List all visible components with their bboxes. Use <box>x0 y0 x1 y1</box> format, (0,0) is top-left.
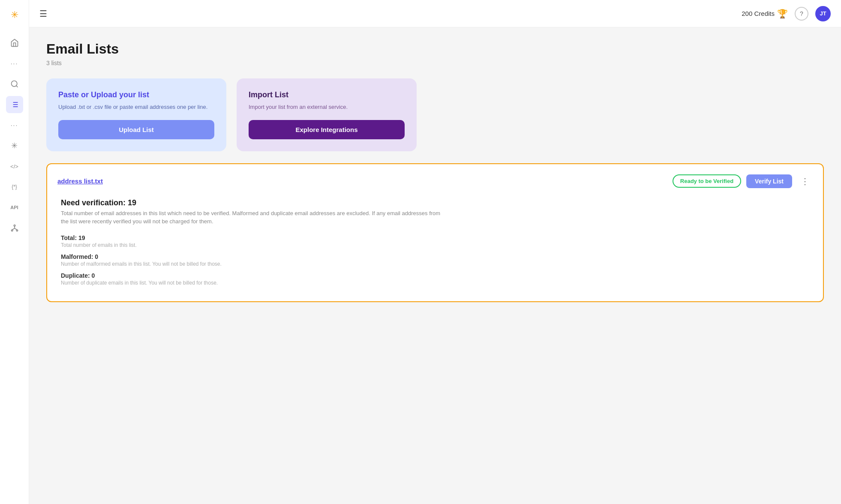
sidebar-item-dots1[interactable]: ··· <box>6 55 23 72</box>
content-area: Email Lists 3 lists Paste or Upload your… <box>29 27 841 504</box>
svg-point-2 <box>11 81 17 87</box>
stat-malformed-desc: Number of malformed emails in this list.… <box>61 261 813 267</box>
page-subtitle: 3 lists <box>46 60 824 66</box>
svg-point-11 <box>11 230 12 231</box>
sidebar-item-home[interactable] <box>6 34 23 51</box>
stat-duplicate: Duplicate: 0 Number of duplicate emails … <box>61 272 813 286</box>
stat-duplicate-label: Duplicate: 0 <box>61 272 813 279</box>
sidebar: ✳ ··· ··· ✳ </> {*} <box>0 0 29 504</box>
sidebar-item-code[interactable]: </> <box>6 158 23 175</box>
stat-need-verification: Need verification: 19 Total number of em… <box>61 198 813 226</box>
upload-card: Paste or Upload your list Upload .txt or… <box>46 78 226 151</box>
svg-line-3 <box>16 86 18 87</box>
stat-need-verification-desc: Total number of email addresses in this … <box>61 209 447 226</box>
verify-list-button[interactable]: Verify List <box>746 174 792 188</box>
list-filename[interactable]: address list.txt <box>57 177 103 185</box>
sidebar-item-dots2[interactable]: ··· <box>6 117 23 134</box>
stat-malformed: Malformed: 0 Number of malformed emails … <box>61 253 813 267</box>
hamburger-button[interactable]: ☰ <box>39 9 47 19</box>
credits-icon: 🏆 <box>777 9 788 19</box>
upload-card-description: Upload .txt or .csv file or paste email … <box>58 103 214 111</box>
import-card-title: Import List <box>249 90 405 99</box>
sidebar-item-api[interactable]: API <box>6 199 23 216</box>
upload-card-title: Paste or Upload your list <box>58 90 214 99</box>
list-stats: Need verification: 19 Total number of em… <box>57 198 813 286</box>
header-right: 200 Credits 🏆 ? JT <box>742 6 831 21</box>
svg-line-15 <box>15 228 17 230</box>
sidebar-item-search[interactable] <box>6 75 23 93</box>
import-card-description: Import your list from an external servic… <box>249 103 405 111</box>
stat-need-verification-label: Need verification: 19 <box>61 198 813 207</box>
list-card-actions: Ready to be Verified Verify List ⋮ <box>673 174 813 188</box>
sidebar-item-asterisk[interactable]: ✳ <box>6 137 23 154</box>
main-container: ☰ 200 Credits 🏆 ? JT Email Lists 3 lists… <box>29 0 841 504</box>
credits-badge: 200 Credits 🏆 <box>742 9 788 19</box>
header: ☰ 200 Credits 🏆 ? JT <box>29 0 841 27</box>
stat-total-label: Total: 19 <box>61 234 813 241</box>
sidebar-item-regex[interactable]: {*} <box>6 178 23 195</box>
ready-badge: Ready to be Verified <box>673 174 741 188</box>
help-button[interactable]: ? <box>795 7 808 21</box>
sidebar-item-lists[interactable] <box>6 96 23 113</box>
avatar[interactable]: JT <box>815 6 831 21</box>
upload-list-button[interactable]: Upload List <box>58 120 214 139</box>
cards-row: Paste or Upload your list Upload .txt or… <box>46 78 824 151</box>
svg-point-10 <box>14 225 15 226</box>
svg-text:✳: ✳ <box>11 9 18 20</box>
stat-total: Total: 19 Total number of emails in this… <box>61 234 813 248</box>
explore-integrations-button[interactable]: Explore Integrations <box>249 120 405 139</box>
logo: ✳ <box>7 7 22 24</box>
import-card: Import List Import your list from an ext… <box>237 78 417 151</box>
list-card: address list.txt Ready to be Verified Ve… <box>46 163 824 302</box>
stat-malformed-label: Malformed: 0 <box>61 253 813 260</box>
svg-line-14 <box>12 228 15 230</box>
credits-label: 200 Credits <box>742 10 775 17</box>
page-title: Email Lists <box>46 41 824 57</box>
stat-duplicate-desc: Number of duplicate emails in this list.… <box>61 280 813 286</box>
sidebar-item-integrations[interactable] <box>6 219 23 237</box>
more-options-button[interactable]: ⋮ <box>797 174 813 188</box>
stat-total-desc: Total number of emails in this list. <box>61 242 813 248</box>
header-left: ☰ <box>39 9 47 19</box>
svg-point-12 <box>16 230 18 231</box>
list-card-header: address list.txt Ready to be Verified Ve… <box>57 174 813 188</box>
